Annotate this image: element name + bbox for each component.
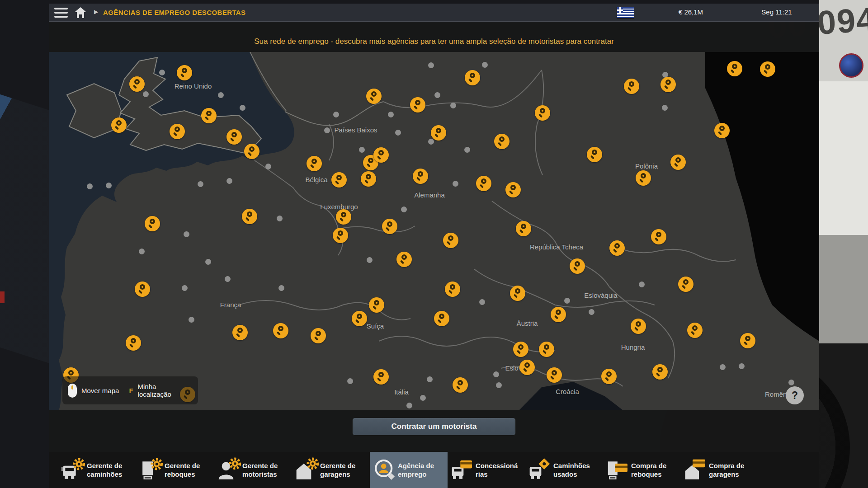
agency-pin[interactable] — [570, 258, 585, 274]
magnifier-icon — [68, 370, 74, 375]
agency-pin[interactable] — [373, 369, 389, 385]
agency-pin[interactable] — [740, 333, 755, 348]
agency-pin[interactable] — [443, 233, 458, 248]
undiscovered-city-dot — [359, 147, 365, 153]
agency-pin[interactable] — [135, 282, 150, 297]
agency-pin[interactable] — [352, 311, 367, 326]
magnifier-icon — [745, 336, 750, 341]
magnifier-icon — [518, 344, 524, 350]
map-canvas[interactable]: Reino UnidoPaíses BaixosBélgicaLuxemburg… — [49, 52, 819, 410]
undiscovered-city-dot — [496, 382, 502, 388]
magnifier-icon — [249, 146, 255, 152]
agency-pin[interactable] — [431, 125, 446, 141]
agency-pin[interactable] — [177, 65, 192, 80]
agency-pin[interactable] — [366, 89, 382, 104]
agency-pin[interactable] — [551, 307, 566, 322]
agency-pin[interactable] — [331, 172, 347, 188]
agency-pin[interactable] — [519, 360, 535, 375]
tab-truck-manager[interactable]: Gerente decaminhões — [59, 452, 137, 488]
magnifier-icon — [657, 367, 663, 372]
agency-pin[interactable] — [535, 105, 550, 121]
agency-pin[interactable] — [445, 282, 460, 297]
tab-garage-purchase[interactable]: Compra degaragens — [681, 452, 759, 488]
undiscovered-city-dot — [639, 282, 645, 287]
country-label: Países Baixos — [334, 126, 377, 134]
agency-pin[interactable] — [465, 70, 480, 85]
agency-pin[interactable] — [145, 216, 160, 231]
agency-pin[interactable] — [201, 108, 217, 123]
agency-pin[interactable] — [170, 124, 185, 139]
agency-pin[interactable] — [516, 221, 531, 236]
agency-pin[interactable] — [760, 61, 775, 77]
agency-pin[interactable] — [678, 277, 693, 292]
agency-pin[interactable] — [670, 155, 686, 170]
tab-driver-manager[interactable]: Gerente demotoristas — [214, 452, 292, 488]
agency-pin[interactable] — [111, 117, 127, 133]
agency-pin[interactable] — [494, 134, 509, 149]
agency-pin[interactable] — [687, 323, 703, 338]
agency-pin[interactable] — [727, 61, 742, 76]
agency-pin[interactable] — [547, 367, 562, 383]
agency-pin[interactable] — [307, 156, 322, 171]
tab-trailer-purchase[interactable]: Compra dereboques — [603, 452, 681, 488]
menu-icon[interactable] — [54, 8, 68, 18]
agency-pin[interactable] — [636, 170, 651, 186]
agency-pin[interactable] — [226, 129, 242, 145]
breadcrumb: AGÊNCIAS DE EMPREGO DESCOBERTAS — [103, 9, 246, 16]
agency-pin[interactable] — [232, 325, 248, 340]
agency-pin[interactable] — [513, 342, 528, 357]
agency-pin[interactable] — [126, 335, 141, 351]
agency-pin[interactable] — [539, 342, 554, 357]
tab-garage-manager[interactable]: Gerente degaragens — [292, 452, 370, 488]
undiscovered-city-dot — [479, 299, 485, 305]
agency-pin[interactable] — [129, 76, 145, 92]
agency-pin[interactable] — [373, 147, 389, 163]
agency-pin[interactable] — [714, 123, 730, 138]
agency-pin[interactable] — [651, 229, 666, 244]
greece-flag-icon[interactable] — [617, 7, 634, 18]
country-label: Reino Unido — [175, 82, 212, 90]
agency-pin[interactable] — [333, 228, 348, 243]
tab-label: Compra de — [631, 461, 666, 470]
agency-pin[interactable] — [505, 182, 521, 197]
agency-pin[interactable] — [242, 209, 257, 224]
agency-pin[interactable] — [434, 311, 449, 326]
tab-dealerships[interactable]: Concessionárias — [448, 452, 525, 488]
agency-pin[interactable] — [652, 364, 668, 380]
agency-pin[interactable] — [273, 323, 288, 338]
agency-pin[interactable] — [660, 77, 676, 92]
home-icon[interactable] — [74, 7, 87, 19]
agency-pin[interactable] — [631, 319, 646, 334]
magnifier-icon — [524, 362, 530, 368]
agency-pin[interactable] — [244, 144, 259, 159]
agency-pin[interactable] — [413, 169, 428, 184]
agency-pin[interactable] — [311, 328, 326, 343]
agency-pin[interactable] — [336, 209, 351, 225]
tab-used-trucks[interactable]: Caminhõesusados — [525, 452, 603, 488]
agency-pin[interactable] — [609, 240, 625, 256]
undiscovered-city-dot — [198, 181, 203, 187]
agency-pin[interactable] — [361, 171, 376, 187]
magnifier-icon — [175, 127, 180, 132]
help-button[interactable]: ? — [786, 386, 804, 404]
agency-pin[interactable] — [382, 219, 397, 234]
magnifier-icon — [544, 344, 549, 350]
undiscovered-city-dot — [182, 285, 188, 291]
agency-pin[interactable] — [624, 79, 639, 94]
trailer-gear-icon — [138, 457, 165, 483]
hire-driver-button[interactable]: Contratar um motorista — [353, 418, 515, 435]
tab-job-agency[interactable]: Agência deemprego — [370, 452, 448, 488]
agency-pin[interactable] — [476, 176, 491, 191]
undiscovered-city-dot — [788, 380, 794, 385]
tab-label: Gerente de — [87, 461, 122, 470]
agency-pin[interactable] — [396, 252, 412, 267]
agency-pin[interactable] — [369, 297, 384, 313]
agency-pin[interactable] — [453, 377, 468, 393]
magnifier-icon — [206, 111, 212, 116]
tab-trailer-manager[interactable]: Gerente dereboques — [137, 452, 214, 488]
agency-pin[interactable] — [510, 286, 525, 301]
agency-pin[interactable] — [587, 147, 602, 162]
top-bar: ▶ AGÊNCIAS DE EMPREGO DESCOBERTAS € 26,1… — [49, 4, 819, 22]
agency-pin[interactable] — [601, 369, 617, 384]
agency-pin[interactable] — [410, 97, 425, 113]
